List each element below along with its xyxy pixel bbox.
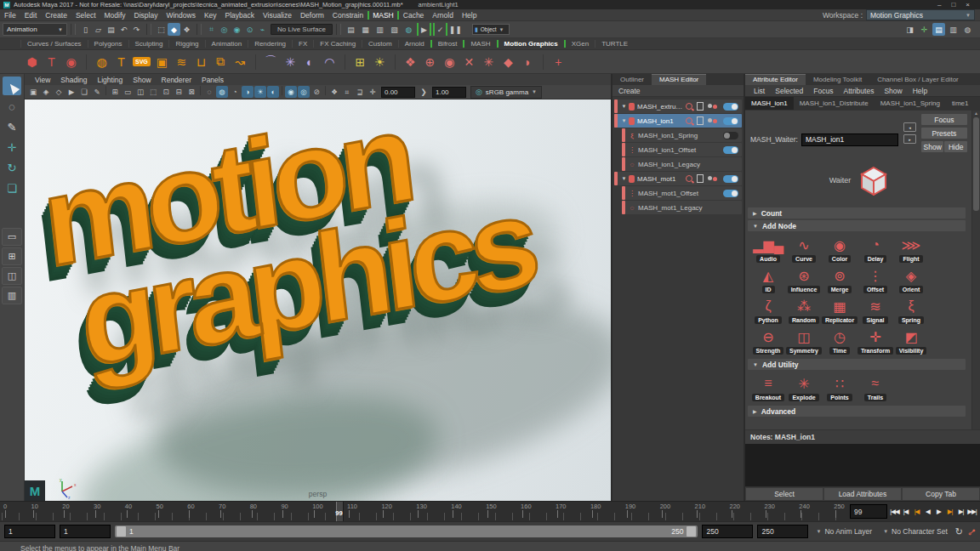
attribute-editor-menu-item[interactable]: Selected <box>770 87 808 95</box>
image-plane-icon[interactable]: ❏ <box>78 86 90 98</box>
snap-plane-icon[interactable]: ⊙ <box>243 23 256 36</box>
color-swap-icon[interactable] <box>708 175 717 182</box>
open-scene-icon[interactable]: ▱ <box>92 23 105 36</box>
menu-item[interactable]: Playback <box>221 11 259 20</box>
load-attributes-button[interactable]: Load Attributes <box>824 488 901 500</box>
arc-deformer-icon[interactable]: ◠ <box>320 52 339 71</box>
live-surface-field[interactable]: No Live Surface <box>271 24 333 35</box>
count-section-header[interactable]: ▶ Count <box>748 207 966 219</box>
transform-node-button[interactable]: ✛ Transform <box>858 327 893 355</box>
undo-icon[interactable]: ↶ <box>117 23 130 36</box>
snap-curve-icon[interactable]: ◎ <box>218 23 231 36</box>
attribute-editor-menu-item[interactable]: Show <box>879 87 907 95</box>
signal-node-button[interactable]: ≋ Signal <box>858 296 893 324</box>
render-current-frame-icon[interactable]: ▦ <box>359 23 372 36</box>
tree-row[interactable]: ▼ MASH_ion1 <box>614 114 742 128</box>
tree-row[interactable]: ◌ MASH_mot1_Legacy <box>622 201 742 214</box>
shelf-tab[interactable]: Arnold <box>398 40 430 48</box>
python-node-button[interactable]: ζ Python <box>750 296 786 324</box>
color-swap-icon[interactable] <box>708 117 717 124</box>
step-forward-frame-button[interactable]: ▶| <box>955 504 966 519</box>
exposure-icon[interactable]: ✛ <box>367 86 379 98</box>
shelf-tab[interactable]: Rigging <box>168 40 204 48</box>
step-back-key-button[interactable]: |◀ <box>911 504 922 519</box>
mash-dot-icon[interactable]: ◉ <box>61 52 81 71</box>
divider[interactable] <box>200 86 201 95</box>
ambient-occlusion-icon[interactable]: ◉ <box>285 86 297 98</box>
go-to-start-button[interactable]: |◀◀ <box>889 504 900 519</box>
replicator-node-button[interactable]: ▦ Replicator <box>822 296 858 324</box>
mash-distribute-icon[interactable]: ❖ <box>401 52 420 71</box>
select-component-icon[interactable]: ❖ <box>180 23 193 36</box>
svg-tool-icon[interactable]: SVG <box>133 57 151 66</box>
scale-tool[interactable]: ❏ <box>3 179 21 197</box>
safe-title-icon[interactable]: ⊠ <box>185 86 197 98</box>
time-node-button[interactable]: ◷ Time <box>822 327 858 355</box>
menu-item[interactable]: Arnold <box>428 11 458 20</box>
viewport-canvas[interactable]: motion graphics persp M y x z <box>25 99 611 501</box>
mash-orbit-icon[interactable]: ⊕ <box>420 52 440 71</box>
flight-node-button[interactable]: ⋙ Flight <box>893 235 929 263</box>
range-start-handle[interactable] <box>117 526 126 537</box>
textured-icon[interactable]: ◑ <box>242 86 254 98</box>
isolate-select-icon[interactable]: ⊘ <box>311 86 322 98</box>
node-tab[interactable]: MASH_ion1_Spring <box>875 97 946 110</box>
visibility-node-button[interactable]: ◩ Visibility <box>893 327 929 355</box>
outliner-layout-button[interactable]: ▥ <box>2 287 22 304</box>
bend-deformer-icon[interactable]: ⌒ <box>261 52 281 71</box>
spring-node-button[interactable]: ξ Spring <box>893 296 929 324</box>
playback-start-field[interactable]: 1 <box>4 525 55 538</box>
tree-row[interactable]: ξ MASH_ion1_Spring <box>622 128 742 142</box>
step-forward-key-button[interactable]: ▶| <box>944 504 955 519</box>
offset-node-button[interactable]: ⋮ Offset <box>858 265 893 293</box>
ipr-render-icon[interactable]: ▥ <box>373 23 386 36</box>
node-tab[interactable]: time1 <box>946 97 975 110</box>
notes-area[interactable] <box>745 444 980 486</box>
gamma-icon[interactable]: ❯ <box>418 86 430 98</box>
grid-toggle-icon[interactable]: ⊞ <box>109 86 121 98</box>
view-transform-dropdown[interactable]: ◎ sRGB gamma ▼ <box>470 86 542 99</box>
shelf-tab[interactable]: TURTLE <box>595 40 634 48</box>
paint-select-tool[interactable]: ✎ <box>3 117 21 136</box>
divider[interactable] <box>325 86 326 95</box>
close-button[interactable]: × <box>966 1 970 9</box>
menu-item[interactable]: Deform <box>296 11 328 20</box>
lock-camera-icon[interactable]: ◈ <box>40 86 52 98</box>
two-pane-layout-button[interactable]: ◫ <box>2 267 22 285</box>
divider[interactable] <box>105 86 106 95</box>
tree-row[interactable]: ⋮ MASH_mot1_Offset <box>622 186 742 200</box>
panel-tab[interactable]: Channel Box / Layer Editor <box>869 74 966 85</box>
mash-cluster-icon[interactable]: ◉ <box>440 52 459 71</box>
presets-button[interactable]: Presets <box>921 128 967 139</box>
color-node-button[interactable]: ◉ Color <box>822 235 858 263</box>
go-to-end-button[interactable]: ▶▶| <box>966 504 977 519</box>
auto-keyframe-icon[interactable]: ⊶ <box>966 525 978 538</box>
expander-icon[interactable]: ▼ <box>620 118 628 123</box>
default-material-icon[interactable]: ⊒ <box>354 86 366 98</box>
gamma-field[interactable]: 1.00 <box>432 87 466 98</box>
panel-tab[interactable]: Modeling Toolkit <box>806 74 869 85</box>
safe-action-icon[interactable]: ⊟ <box>173 86 185 98</box>
viewport-menu-item[interactable]: Show <box>128 76 156 84</box>
field-chart-icon[interactable]: ⊡ <box>160 86 172 98</box>
timeline-ruler[interactable]: 0102030405060708090100110120130140150160… <box>2 502 846 521</box>
attribute-editor-menu-item[interactable]: List <box>749 87 770 95</box>
film-gate-icon[interactable]: ▭ <box>122 86 134 98</box>
color-swap-icon[interactable] <box>708 103 717 110</box>
viewport-menu-item[interactable]: Lighting <box>92 76 128 84</box>
snap-live-icon[interactable]: ⌁ <box>256 23 269 36</box>
play-backwards-button[interactable]: ◀ <box>922 504 933 519</box>
attribute-editor-menu-item[interactable]: Attributes <box>838 87 879 95</box>
mash-network-icon[interactable]: ⬢ <box>22 52 42 71</box>
tree-row[interactable]: ⋮ MASH_ion1_Offset <box>622 143 742 156</box>
polycube-icon[interactable]: ▣ <box>152 52 172 71</box>
duplicate-icon[interactable]: ⧉ <box>211 52 231 71</box>
divider[interactable] <box>395 54 396 70</box>
menu-item[interactable]: Display <box>130 11 162 20</box>
move-tool[interactable]: ✛ <box>3 138 21 156</box>
shelf-tab[interactable]: Bifrost <box>430 40 464 48</box>
anim-layer-dropdown[interactable]: ▼ No Anim Layer <box>812 527 875 536</box>
node-tab[interactable]: MASH_ion1_Distribute <box>794 97 875 110</box>
menu-item[interactable]: MASH <box>368 11 399 20</box>
character-set-dropdown[interactable]: ▼ No Character Set <box>880 527 951 536</box>
